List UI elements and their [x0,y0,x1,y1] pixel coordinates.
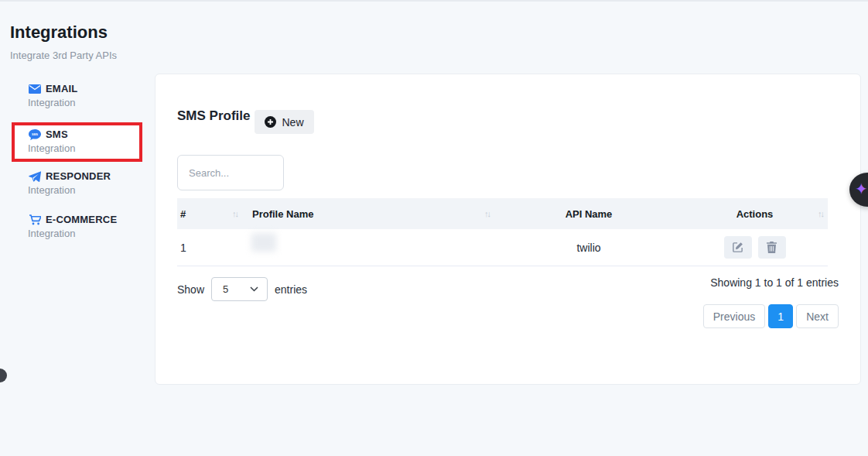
showing-entries-text: Showing 1 to 1 of 1 entries [710,276,839,289]
page-title: Integrations [10,22,108,43]
page-subtitle: Integrate 3rd Party APIs [10,50,117,61]
page-size-control: Show 5 entries [177,277,307,301]
column-header-profile-name[interactable]: Profile Name ↑↓ [241,198,496,229]
trash-icon [767,242,777,253]
show-label: Show [177,283,204,296]
sidebar-item-ecommerce[interactable]: E-COMMERCE Integration [28,214,117,239]
sidebar-item-sublabel: Integration [28,97,77,108]
sms-profile-panel: SMS Profile New # ↑↓ Profile Name ↑↓ API… [155,74,861,385]
table-row: 1 twilio [177,229,828,266]
sidebar-item-label: E-COMMERCE [46,214,117,225]
previous-page-button[interactable]: Previous [703,304,765,328]
delete-button[interactable] [758,236,786,259]
plus-circle-icon [265,116,276,128]
sort-icon[interactable]: ↑↓ [484,209,490,218]
cell-api-name: twilio [496,229,682,266]
selected-page-size: 5 [223,283,228,295]
edit-icon [732,242,743,253]
page-number-button[interactable]: 1 [768,304,793,328]
cell-index: 1 [177,229,241,266]
sidebar-item-responder[interactable]: RESPONDER Integration [28,170,111,196]
integrations-page: Integrations Integrate 3rd Party APIs EM… [0,0,868,456]
cart-icon [28,214,41,225]
sidebar-item-sublabel: Integration [28,228,117,239]
sidebar-item-label: EMAIL [46,83,77,94]
sidebar-item-label: RESPONDER [46,170,111,182]
new-profile-button[interactable]: New [255,110,314,134]
entries-per-page-select[interactable]: 5 [211,277,268,301]
profiles-table: # ↑↓ Profile Name ↑↓ API Name Actions ↑↓… [177,198,828,266]
column-header-api-name[interactable]: API Name [496,198,682,229]
edit-button[interactable] [724,236,752,259]
panel-title: SMS Profile [177,108,250,124]
envelope-icon [28,84,41,94]
sort-icon[interactable]: ↑↓ [818,209,823,218]
chevron-down-icon [250,286,258,292]
sort-icon[interactable]: ↑↓ [232,209,238,218]
next-page-button[interactable]: Next [796,304,839,328]
sidebar-item-label: SMS [46,129,68,140]
left-edge-widget-handle[interactable] [0,369,7,382]
column-header-actions[interactable]: Actions ↑↓ [682,198,828,229]
entries-label: entries [275,283,307,296]
chat-bubble-icon: SMS [28,129,41,140]
sidebar-item-sms[interactable]: SMS SMS Integration [12,122,142,162]
cell-profile-name [241,229,496,266]
search-input[interactable] [177,155,284,190]
column-header-index[interactable]: # ↑↓ [177,198,241,229]
sidebar-item-sublabel: Integration [28,142,139,154]
svg-text:SMS: SMS [32,133,38,136]
sparkle-icon: ✦ [855,181,868,197]
sidebar-item-email[interactable]: EMAIL Integration [28,83,77,108]
redacted-profile-name [251,233,276,252]
pagination: Previous 1 Next [703,304,839,328]
new-button-label: New [282,116,303,129]
sidebar-item-sublabel: Integration [28,184,111,196]
paper-plane-icon [28,171,41,182]
cell-actions [682,229,828,266]
table-header-row: # ↑↓ Profile Name ↑↓ API Name Actions ↑↓ [177,198,828,229]
